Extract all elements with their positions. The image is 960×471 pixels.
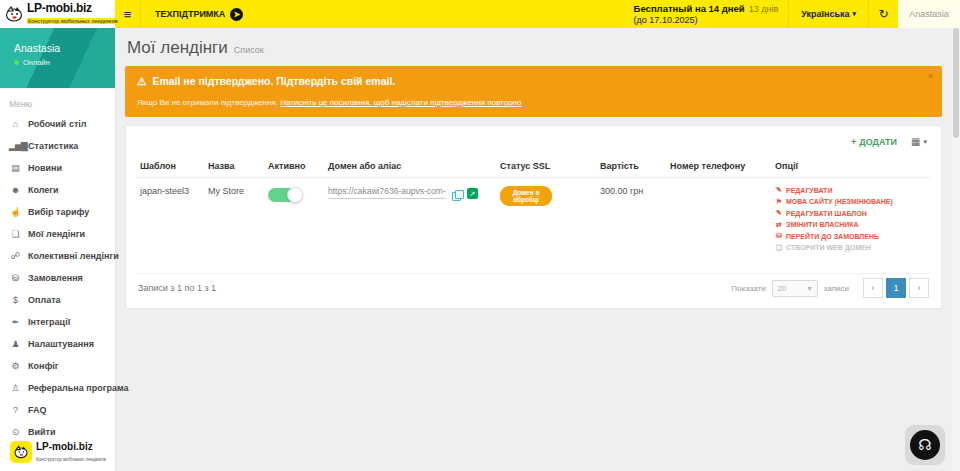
next-page-button[interactable]: › [909, 278, 929, 298]
orders-icon: ⛁ [9, 273, 21, 283]
sidebar-item-payment[interactable]: $Оплата [0, 289, 115, 311]
sidebar-item-tariff[interactable]: ☝Вибір тарифу [0, 201, 115, 223]
option-link[interactable]: ⛁ПЕРЕЙТИ ДО ЗАМОВЛЕНЬ [775, 232, 927, 240]
warning-icon: ⚠ [137, 75, 146, 87]
sidebar-item-statistics[interactable]: ▂▅▇Статистика [0, 135, 115, 157]
page-subtitle: Список [234, 45, 264, 55]
column-settings-button[interactable]: ▦ ▾ [911, 136, 927, 147]
scrollbar-thumb[interactable] [953, 28, 959, 138]
external-link-icon[interactable]: ↗ [467, 188, 478, 199]
option-link[interactable]: ✎РЕДАГУВАТИ ШАБЛОН [775, 209, 927, 217]
ssl-status-badge: Домен в обробці [500, 186, 552, 206]
footer-dog-mascot-icon [10, 441, 32, 463]
alert-body-text: Якщо Ви не отримали підтвердження. [137, 98, 278, 107]
sidebar-item-label: Колективні лендінги [28, 251, 119, 261]
telegram-icon: ➤ [230, 8, 243, 21]
option-icon: ✎ [775, 186, 783, 194]
column-header: Активно [264, 155, 324, 178]
trial-until-date: (до 17.10.2025) [634, 15, 779, 26]
landings-card: + ДОДАТИ ▦ ▾ ШаблонНазваАктивноДомен або… [125, 125, 942, 309]
option-link[interactable]: ⇄ЗМІНИТИ ВЛАСНИКА [775, 221, 927, 229]
option-link: ❏СТВОРИТИ WEB ДОМЕН [775, 244, 927, 252]
sidebar-item-my-landings[interactable]: ❏Мої лендінги [0, 223, 115, 245]
colleagues-icon: ☻ [9, 185, 21, 195]
sidebar-item-label: FAQ [28, 405, 47, 415]
sidebar-item-referral[interactable]: ♙Реферальна програма [0, 377, 115, 399]
trial-plan-label: Бесплатный на 14 дней [634, 3, 745, 14]
cell-phone [666, 178, 771, 264]
option-link[interactable]: ⚑МОВА САЙТУ (НЕЗМІНЮВАНЕ) [775, 198, 927, 206]
footer-logo-title: LP-mobi.biz [36, 442, 106, 452]
logo-subtitle: Конструктор мобильных лендингов [27, 18, 119, 24]
tariff-icon: ☝ [9, 207, 21, 217]
column-header: Вартість [596, 155, 666, 178]
pagination: ‹ 1 › [863, 278, 929, 298]
sidebar-item-label: Оплата [28, 295, 61, 305]
sidebar-profile: Anastasia Онлайн [0, 28, 115, 88]
sidebar-item-label: Конфіг [28, 361, 59, 371]
cell-template: japan-steel3 [136, 178, 204, 264]
header-logo[interactable]: LP-mobi.biz Конструктор мобильных лендин… [0, 0, 115, 28]
sidebar-item-config[interactable]: ⚙Конфіг [0, 355, 115, 377]
add-landing-button[interactable]: + ДОДАТИ [851, 137, 897, 147]
sidebar-item-label: Мої лендінги [28, 229, 85, 239]
column-header: Статус SSL [496, 155, 596, 178]
page-button-1[interactable]: 1 [886, 278, 906, 298]
online-status-dot [14, 60, 19, 65]
user-menu[interactable]: Anastasia [898, 0, 960, 28]
trial-info: Бесплатный на 14 дней 13 днів (до 17.10.… [624, 0, 789, 28]
payment-icon: $ [9, 295, 21, 305]
footer-logo-subtitle: Конструктор мобільних лендингів [36, 457, 106, 462]
collective-landings-icon: ☍ [9, 251, 21, 261]
option-label: МОВА САЙТУ (НЕЗМІНЮВАНЕ) [786, 198, 893, 205]
logo-title: LP-mobi.biz [27, 3, 119, 14]
sidebar-item-logout[interactable]: ⊙Вийти [0, 421, 115, 443]
close-icon[interactable]: × [928, 70, 934, 82]
refresh-button[interactable]: ↻ [868, 0, 898, 28]
column-header: Опції [771, 155, 931, 178]
cell-name: My Store [204, 178, 264, 264]
option-icon: ⚑ [775, 198, 783, 206]
sidebar-item-orders[interactable]: ⛁Замовлення [0, 267, 115, 289]
sidebar-menu: ⌂Робочий стіл▂▅▇Статистика▤Новини☻Колеги… [0, 113, 115, 443]
sidebar-item-collective-landings[interactable]: ☍Колективні лендінги [0, 245, 115, 267]
page-size-select[interactable]: 20 ▾ [772, 280, 818, 297]
hamburger-menu-icon[interactable]: ≡ [115, 0, 141, 28]
sidebar-item-label: Робочий стіл [28, 119, 87, 129]
support-chat-widget[interactable]: ☊ [905, 425, 945, 465]
sidebar-item-settings[interactable]: ♟Налаштування [0, 333, 115, 355]
dog-mascot-icon [4, 4, 24, 24]
main-content: Мої лендінги Список ⚠ Email не підтвердж… [115, 28, 952, 471]
sidebar-item-faq[interactable]: ?FAQ [0, 399, 115, 421]
option-icon: ⇄ [775, 221, 783, 229]
language-selector[interactable]: Українська ▾ [788, 0, 868, 28]
option-label: СТВОРИТИ WEB ДОМЕН [786, 244, 871, 251]
sidebar-item-label: Інтеграції [28, 317, 70, 327]
sidebar-item-news[interactable]: ▤Новини [0, 157, 115, 179]
resend-confirmation-link[interactable]: Натисніть це посилання, щоб надіслати пі… [280, 98, 521, 107]
sidebar-item-colleagues[interactable]: ☻Колеги [0, 179, 115, 201]
active-toggle[interactable] [268, 188, 302, 202]
statistics-icon: ▂▅▇ [9, 141, 21, 151]
grid-icon: ▦ [911, 136, 920, 147]
prev-page-button[interactable]: ‹ [863, 278, 883, 298]
sidebar: Anastasia Онлайн Меню ⌂Робочий стіл▂▅▇Ст… [0, 28, 115, 471]
sidebar-item-dashboard[interactable]: ⌂Робочий стіл [0, 113, 115, 135]
sidebar-item-label: Замовлення [28, 273, 83, 283]
support-link[interactable]: ТЕХПІДТРИМКА ➤ [141, 0, 257, 28]
records-info: Записи з 1 по 1 з 1 [138, 283, 216, 293]
sidebar-item-label: Реферальна програма [28, 383, 128, 393]
landings-table: ШаблонНазваАктивноДомен або аліасСтатус … [136, 155, 931, 263]
option-label: ПЕРЕЙТИ ДО ЗАМОВЛЕНЬ [786, 233, 879, 240]
support-label: ТЕХПІДТРИМКА [155, 9, 225, 19]
faq-icon: ? [9, 405, 21, 415]
settings-icon: ♟ [9, 339, 21, 349]
option-link[interactable]: ✎РЕДАГУВАТИ [775, 186, 927, 194]
domain-url-field[interactable]: https://cakawi7636-aupvs-com-42 [328, 186, 446, 199]
option-label: РЕДАГУВАТИ [786, 187, 832, 194]
copy-icon[interactable] [452, 190, 461, 199]
vertical-scrollbar[interactable] [952, 28, 960, 471]
column-header: Шаблон [136, 155, 204, 178]
sidebar-item-integrations[interactable]: ✒Інтеграції [0, 311, 115, 333]
headset-icon: ☊ [910, 430, 940, 460]
